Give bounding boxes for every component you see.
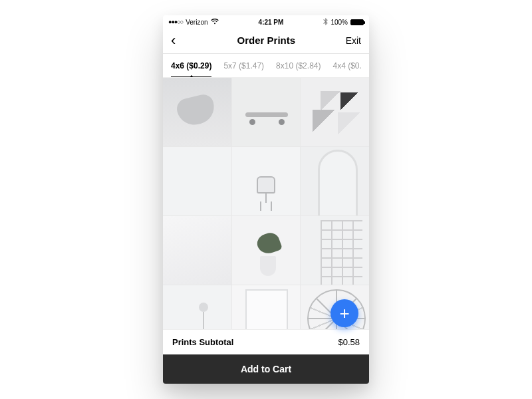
phone-frame: ●●●○○ Verizon 4:21 PM 100% ‹ Order Print…	[163, 15, 369, 384]
subtotal-bar: Prints Subtotal $0.58	[163, 329, 369, 354]
photo-chair[interactable]	[232, 147, 301, 215]
carrier-label: Verizon	[186, 19, 207, 26]
tab-4x4[interactable]: 4x4 ($0.	[332, 55, 361, 77]
battery-pct: 100%	[331, 19, 348, 26]
status-left: ●●●○○ Verizon	[168, 19, 219, 26]
photo-arch[interactable]	[301, 147, 369, 215]
plus-icon: +	[339, 305, 349, 322]
photo-sand[interactable]	[163, 216, 231, 285]
photo-plant[interactable]	[232, 216, 301, 285]
photo-blank[interactable]	[163, 147, 231, 215]
tab-5x7[interactable]: 5x7 ($1.47)	[223, 55, 264, 77]
nav-header: ‹ Order Prints Exit	[163, 27, 369, 54]
status-bar: ●●●○○ Verizon 4:21 PM 100%	[163, 15, 369, 27]
photo-hands[interactable]	[163, 78, 231, 146]
photo-building[interactable]	[301, 216, 369, 285]
page-title: Order Prints	[237, 35, 296, 46]
size-tabs: 4x6 ($0.29) 5x7 ($1.47) 8x10 ($2.84) 4x4…	[163, 54, 369, 78]
add-fab-button[interactable]: +	[331, 299, 358, 327]
exit-button[interactable]: Exit	[346, 35, 361, 46]
tab-4x6[interactable]: 4x6 ($0.29)	[171, 55, 211, 77]
photo-grid[interactable]	[163, 78, 369, 329]
tab-8x10[interactable]: 8x10 ($2.84)	[276, 55, 321, 77]
photo-door[interactable]	[232, 285, 301, 329]
status-right: 100%	[323, 18, 364, 27]
subtotal-label: Prints Subtotal	[172, 337, 233, 347]
status-time: 4:21 PM	[259, 19, 284, 26]
bluetooth-icon	[323, 18, 328, 27]
wifi-icon	[211, 19, 219, 26]
photo-cubes[interactable]	[301, 78, 369, 146]
signal-dots-icon: ●●●○○	[168, 19, 183, 25]
photo-lamp[interactable]	[163, 285, 231, 329]
battery-icon	[350, 19, 364, 25]
back-button[interactable]: ‹	[171, 33, 187, 48]
subtotal-amount: $0.58	[338, 337, 360, 347]
photo-skateboard[interactable]	[232, 78, 301, 146]
add-to-cart-button[interactable]: Add to Cart	[163, 354, 369, 384]
